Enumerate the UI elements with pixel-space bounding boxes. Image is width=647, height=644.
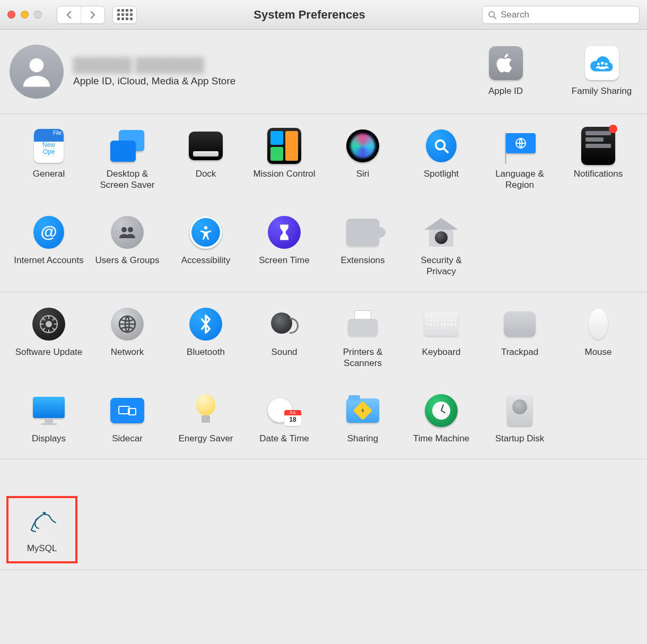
pref-internet-accounts[interactable]: @ Internet Accounts [13,215,85,277]
pref-sound[interactable]: Sound [249,307,320,369]
language-label: Language & Region [484,168,556,191]
pref-bluetooth[interactable]: Bluetooth [170,307,242,369]
pref-time-machine[interactable]: Time Machine [406,394,477,444]
pref-extensions[interactable]: Extensions [327,215,399,277]
titlebar: System Preferences [0,0,647,30]
pref-keyboard[interactable]: Keyboard [406,307,477,369]
printers-scanners-icon [346,307,380,341]
apple-id-label: Apple ID [488,85,523,97]
displays-label: Displays [32,433,66,444]
accessibility-icon [189,215,223,249]
pref-network[interactable]: Network [92,307,163,369]
grid-icon [117,9,133,20]
avatar[interactable] [10,45,64,99]
svg-point-2 [30,58,44,73]
svg-point-13 [46,321,51,327]
internet-accounts-icon: @ [32,215,66,249]
svg-point-17 [44,512,45,513]
pref-sharing[interactable]: Sharing [327,394,399,444]
minimize-button[interactable] [21,11,29,19]
svg-point-9 [121,227,127,232]
svg-line-7 [444,149,448,153]
pref-notifications[interactable]: Notifications [563,129,634,191]
trackpad-label: Trackpad [501,346,538,358]
sound-label: Sound [271,346,297,358]
displays-icon [32,394,66,428]
chevron-left-icon [66,11,72,19]
time-machine-icon [424,394,458,428]
software-update-icon [32,307,66,341]
extensions-label: Extensions [340,255,384,266]
siri-label: Siri [356,168,370,179]
hardware-section: Software Update Network Bluetooth Sound … [0,292,647,459]
spotlight-icon [424,129,458,163]
pref-siri[interactable]: Siri [327,129,399,191]
network-icon [110,307,144,341]
screen-time-label: Screen Time [259,255,309,266]
pref-dock[interactable]: Dock [170,129,242,191]
sharing-icon [346,394,380,428]
sound-icon [267,307,301,341]
pref-software-update[interactable]: Software Update [13,307,85,369]
pref-screen-time[interactable]: Screen Time [249,215,320,277]
pref-date-time[interactable]: JUL18 Date & Time [249,394,320,444]
mission-control-label: Mission Control [253,168,315,179]
notifications-icon [581,129,615,163]
window-controls [7,11,42,19]
person-icon [16,51,57,92]
software-update-label: Software Update [15,346,83,358]
pref-startup-disk[interactable]: Startup Disk [484,394,556,444]
pref-language-region[interactable]: Language & Region [484,129,556,191]
show-all-button[interactable] [112,6,137,24]
svg-point-3 [597,63,600,66]
personal-section: File NewOpe General Desktop & Screen Sav… [0,114,647,292]
energy-saver-label: Energy Saver [179,433,233,444]
account-subtitle: Apple ID, iCloud, Media & App Store [73,75,235,87]
accessibility-label: Accessibility [181,255,231,266]
pref-family-sharing[interactable]: Family Sharing [566,46,637,97]
pref-security-privacy[interactable]: Security & Privacy [406,215,477,277]
siri-icon [346,129,380,163]
pref-displays[interactable]: Displays [13,394,85,444]
spotlight-label: Spotlight [424,168,459,179]
svg-line-1 [494,16,496,19]
pref-mysql[interactable]: MySQL [13,503,71,554]
pref-spotlight[interactable]: Spotlight [406,129,477,191]
bluetooth-icon [189,307,223,341]
pref-accessibility[interactable]: Accessibility [170,215,242,277]
pref-mission-control[interactable]: Mission Control [249,129,320,191]
family-sharing-icon [585,46,619,80]
pref-general[interactable]: File NewOpe General [13,129,85,191]
forward-button[interactable] [81,6,104,23]
printers-label: Printers & Scanners [327,346,399,369]
screen-time-icon [267,215,301,249]
back-button[interactable] [57,6,81,23]
highlight-box: MySQL [6,496,77,563]
time-machine-label: Time Machine [413,433,469,444]
search-field[interactable] [482,6,640,24]
pref-printers-scanners[interactable]: Printers & Scanners [327,307,399,369]
pref-apple-id[interactable]: Apple ID [470,46,541,97]
pref-mouse[interactable]: Mouse [563,307,634,369]
search-input[interactable] [500,9,634,21]
chevron-right-icon [90,11,96,19]
date-time-icon: JUL18 [267,394,301,428]
startup-disk-icon [503,394,537,428]
desktop-label: Desktop & Screen Saver [92,168,163,191]
nav-buttons [57,6,105,24]
pref-energy-saver[interactable]: Energy Saver [170,394,242,444]
close-button[interactable] [7,11,15,19]
window-title: System Preferences [142,8,477,22]
users-groups-label: Users & Groups [95,255,160,266]
energy-saver-icon [189,394,223,428]
pref-users-groups[interactable]: Users & Groups [92,215,163,277]
account-text: ██████ ███████ Apple ID, iCloud, Media &… [73,57,235,87]
extensions-icon [346,215,380,249]
pref-desktop-screensaver[interactable]: Desktop & Screen Saver [92,129,163,191]
mouse-label: Mouse [584,346,611,358]
pref-trackpad[interactable]: Trackpad [484,307,556,369]
svg-point-10 [128,227,133,232]
pref-sidecar[interactable]: Sidecar [92,394,163,444]
keyboard-label: Keyboard [422,346,461,358]
mission-control-icon [267,129,301,163]
